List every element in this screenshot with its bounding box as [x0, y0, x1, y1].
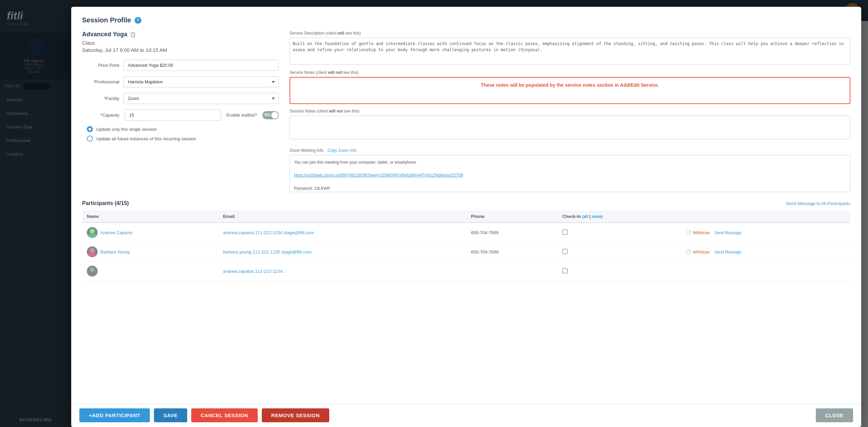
svg-point-5 — [88, 252, 96, 257]
facility-row: *Facility Zoom — [82, 93, 279, 104]
price-point-label: Price Point — [82, 63, 119, 68]
checkin-checkbox-2[interactable] — [562, 249, 568, 254]
zoom-copy-link[interactable]: Copy Zoom Info — [328, 148, 356, 153]
modal-body: Session Profile ? Advanced Yoga 📋 Class … — [71, 7, 861, 403]
modal-title-text: Session Profile — [82, 16, 131, 24]
capacity-input[interactable] — [125, 109, 221, 121]
svg-point-3 — [88, 233, 96, 238]
radio-single-label: Update only this single session — [96, 127, 157, 132]
desc-label: Service Description (client will see thi… — [290, 31, 850, 36]
participants-table: Name Email Phone Check-In (all | none) — [82, 210, 850, 281]
close-button[interactable]: CLOSE — [816, 408, 853, 422]
add-participant-button[interactable]: +ADD PARTICIPANT — [79, 408, 150, 422]
update-options: Update only this single session Update a… — [82, 126, 279, 142]
toggle-track[interactable]: NO — [262, 111, 279, 119]
participant-actions-2: 📄 Withdraw Send Message — [681, 242, 850, 262]
session-name-row: Advanced Yoga 📋 — [82, 31, 279, 38]
participant-email-2: barbara.young.111-222-1235.stage@fitli.c… — [218, 242, 467, 262]
professional-select[interactable]: Harrieta Mapleton — [123, 76, 279, 87]
send-message-all-link[interactable]: Send Message to All Participants — [786, 201, 850, 206]
col-actions — [681, 210, 850, 223]
col-checkin: Check-In (all | none) — [557, 210, 681, 223]
toggle-thumb — [271, 112, 278, 119]
table-row: Andrew Zapatos andrew.zapatos.111-222-12… — [82, 223, 850, 242]
facility-select[interactable]: Zoom — [123, 93, 279, 104]
zoom-link[interactable]: https://us02web.zoom.us/j/89748218058?pw… — [294, 173, 463, 178]
radio-all-label: Update all future instances of this recu… — [96, 136, 196, 141]
radio-single-circle — [87, 126, 93, 132]
price-point-input[interactable] — [123, 60, 279, 71]
withdraw-link-2[interactable]: Withdraw — [693, 250, 710, 255]
table-row: andrew.zapatos.111-222-1234... — [82, 262, 850, 281]
zoom-section: Zoom Meeting Info Copy Zoom Info You can… — [290, 148, 850, 192]
send-msg-link-2[interactable]: Send Message — [714, 250, 742, 255]
participant-phone-3 — [466, 262, 557, 281]
svg-point-7 — [88, 272, 96, 277]
toggle-text: NO — [264, 113, 271, 117]
table-header-row: Name Email Phone Check-In (all | none) — [82, 210, 850, 223]
participant-name-3[interactable] — [87, 266, 214, 277]
modal-right-col: Service Description (client will see thi… — [290, 31, 850, 192]
service-notes-text: These notes will be populated by the ser… — [294, 82, 846, 89]
doc-icon-1: 📄 — [686, 230, 691, 235]
cancel-session-button[interactable]: CANCEL SESSION — [191, 408, 258, 422]
zoom-header: Zoom Meeting Info Copy Zoom Info — [290, 148, 850, 153]
zoom-text-1: You can join this meeting from your comp… — [294, 159, 846, 166]
zoom-info-box: You can join this meeting from your comp… — [290, 155, 850, 192]
professional-row: *Professional Harrieta Mapleton — [82, 76, 279, 87]
service-notes-label: Service Notes (client will not see this) — [290, 70, 850, 75]
participant-phone-2: 650-704-7699 — [466, 242, 557, 262]
price-point-row: Price Point — [82, 60, 279, 71]
col-name: Name — [82, 210, 218, 223]
copy-icon[interactable]: 📋 — [130, 32, 136, 37]
participant-avatar-2 — [87, 246, 98, 257]
modal-title-row: Session Profile ? — [82, 16, 850, 24]
modal-footer: +ADD PARTICIPANT SAVE CANCEL SESSION REM… — [71, 403, 861, 427]
participant-name-cell: Barbara Young — [82, 242, 218, 262]
col-phone: Phone — [466, 210, 557, 223]
svg-point-4 — [90, 248, 95, 253]
participants-section: Participants (4/15) Send Message to All … — [82, 200, 850, 281]
professional-label: *Professional — [82, 79, 119, 84]
svg-point-6 — [90, 267, 95, 272]
participant-phone-1: 650-704-7699 — [466, 223, 557, 242]
session-notes-label: Session Notes (client will not see this) — [290, 109, 850, 114]
participant-checkin-1 — [557, 223, 681, 242]
withdraw-link-1[interactable]: Withdraw — [693, 230, 710, 235]
checkin-all-link[interactable]: (all — [582, 214, 588, 219]
waitlist-toggle[interactable]: NO — [262, 111, 279, 119]
participant-checkin-2 — [557, 242, 681, 262]
session-type: Class — [82, 40, 279, 46]
participant-name-cell — [82, 262, 218, 281]
session-datetime: Saturday, Jul 17 9:00 AM to 10:15 AM — [82, 47, 279, 53]
session-notes-textarea[interactable] — [290, 116, 850, 139]
participant-name-2[interactable]: Barbara Young — [87, 246, 214, 257]
checkin-none-link[interactable]: none) — [592, 214, 603, 219]
svg-point-2 — [90, 229, 95, 233]
capacity-label: *Capacity — [82, 113, 119, 118]
zoom-meeting-id: Meeting ID: 89748218058 — [294, 192, 846, 192]
participant-avatar-1 — [87, 227, 98, 238]
radio-single-session[interactable]: Update only this single session — [87, 126, 279, 132]
checkin-checkbox-3[interactable] — [562, 268, 568, 273]
help-icon[interactable]: ? — [135, 17, 141, 24]
capacity-row: *Capacity Enable waitlist? NO — [82, 109, 279, 121]
modal-left-col: Advanced Yoga 📋 Class Saturday, Jul 17 9… — [82, 31, 279, 192]
radio-all-sessions[interactable]: Update all future instances of this recu… — [87, 136, 279, 142]
session-name-text: Advanced Yoga — [82, 31, 127, 38]
waitlist-label: Enable waitlist? — [226, 113, 257, 118]
checkin-checkbox-1[interactable] — [562, 229, 568, 235]
zoom-password: Password: 1dLKWP — [294, 185, 846, 192]
save-button[interactable]: SAVE — [154, 408, 187, 422]
desc-textarea[interactable]: Built on the foundation of gentle and in… — [290, 38, 850, 65]
participant-avatar-3 — [87, 266, 98, 277]
remove-session-button[interactable]: REMOVE SESSION — [262, 408, 329, 422]
participant-checkin-3 — [557, 262, 681, 281]
service-notes-box: These notes will be populated by the ser… — [290, 77, 850, 104]
doc-icon-2: 📄 — [686, 249, 691, 255]
service-notes-section: Service Notes (client will not see this)… — [290, 70, 850, 104]
participant-name-1[interactable]: Andrew Zapatos — [87, 227, 214, 238]
zoom-label: Zoom Meeting Info — [290, 148, 323, 153]
session-profile-modal: Session Profile ? Advanced Yoga 📋 Class … — [71, 7, 861, 427]
send-msg-link-1[interactable]: Send Message — [714, 230, 742, 235]
